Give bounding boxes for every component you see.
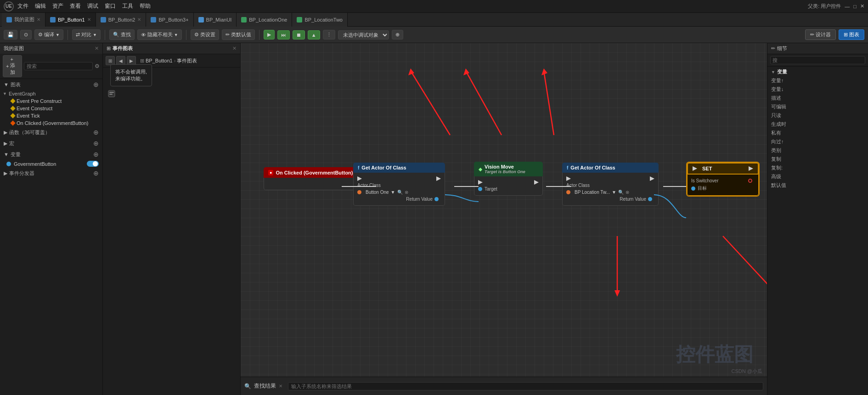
tabs-row: 我的蓝图 ✕ BP_Button1 ✕ BP_Button2 ✕ BP_Butt…: [0, 13, 868, 27]
vision-move-title: Vision Move: [485, 164, 525, 169]
functions-section-header[interactable]: ▶ 函数（36可覆盖） ⊕: [0, 127, 102, 138]
menu-view[interactable]: 查看: [70, 2, 81, 10]
find-results-input[interactable]: [288, 382, 763, 390]
frame-step-button[interactable]: ▲: [308, 30, 320, 40]
functions-add-button[interactable]: ⊕: [93, 129, 99, 136]
hide-unrelated-button[interactable]: 👁 隐藏不相关 ▼: [137, 29, 182, 40]
tab-bp-location-two[interactable]: BP_LocationTwo: [292, 13, 348, 27]
nav-forward-button[interactable]: ▶: [127, 56, 136, 65]
prop-private: 私有: [767, 129, 868, 137]
prop-category-label: 类别: [771, 147, 781, 154]
settings-gear-icon[interactable]: ⚙: [95, 63, 100, 69]
macros-section-header[interactable]: ▶ 宏 ⊕: [0, 138, 102, 149]
my-blueprint-close[interactable]: ✕: [95, 45, 99, 51]
class1-clear-icon[interactable]: ⊗: [405, 190, 408, 195]
menu-assets[interactable]: 资产: [52, 2, 63, 10]
play-button[interactable]: ▶: [264, 30, 275, 40]
class2-clear-icon[interactable]: ⊗: [626, 190, 629, 195]
get-actor1-node[interactable]: f Get Actor Of Class Actor Class Button …: [353, 163, 445, 206]
variables-add-button[interactable]: ⊕: [93, 151, 99, 158]
settings-button[interactable]: ⚙ 类设置: [191, 29, 219, 40]
compile-button[interactable]: ⚙ 编译 ▼: [34, 29, 63, 40]
variable-section-label: 变量: [777, 68, 787, 75]
close-window-button[interactable]: ✕: [860, 3, 864, 9]
find-in-blueprint-button[interactable]: ⊙: [20, 30, 32, 40]
vision-move-node[interactable]: ◆ Vision Move Target is Button One Targe…: [474, 162, 543, 196]
menu-tools[interactable]: 工具: [122, 2, 133, 10]
tab-bp-mianui[interactable]: BP_MianUI: [194, 13, 237, 27]
play-next-button[interactable]: ⏭: [277, 30, 290, 40]
breadcrumb-bp[interactable]: BP_Button1: [146, 58, 173, 63]
get-actor2-title: Get Actor Of Class: [570, 165, 615, 170]
event-dispatchers-section-header[interactable]: ▶ 事件分发器 ⊕: [0, 168, 102, 179]
graph-section-header[interactable]: ▼ 图表 ⊕: [0, 79, 102, 90]
graph-button[interactable]: ⊞ 图表: [839, 29, 864, 40]
graph-section-arrow: ▼: [4, 82, 9, 87]
class1-search-icon[interactable]: 🔍: [397, 190, 403, 195]
tab-bp-button2-label: BP_Button2: [108, 17, 135, 23]
vision-move-body: Target: [474, 176, 543, 196]
menu-file[interactable]: 文件: [17, 2, 28, 10]
event-graph-panel-close[interactable]: ✕: [232, 45, 237, 51]
class2-search-icon[interactable]: 🔍: [618, 190, 624, 195]
menu-window[interactable]: 窗口: [105, 2, 116, 10]
get-actor2-header: f Get Actor Of Class: [562, 163, 659, 173]
nav-back-button[interactable]: ◀: [116, 56, 125, 65]
tab-bp-button1[interactable]: BP_Button1 ✕: [45, 13, 96, 27]
save-button[interactable]: 💾: [4, 30, 17, 40]
debug-target-select[interactable]: 未选中调试对象: [338, 30, 389, 40]
find-button[interactable]: 🔍 查找: [109, 29, 135, 40]
tab-bp-location-one[interactable]: BP_LocationOne: [237, 13, 292, 27]
tab-my-blueprint-close[interactable]: ✕: [37, 17, 40, 22]
menu-edit[interactable]: 编辑: [35, 2, 46, 10]
class2-dropdown-icon[interactable]: ▼: [612, 190, 616, 195]
on-clicked-node[interactable]: ● On Clicked (GovernmentButton) ■: [264, 167, 366, 190]
tab-bp-button3[interactable]: BP_Button3+: [146, 13, 193, 27]
extra-button[interactable]: ⋮: [323, 30, 335, 40]
get-actor2-node[interactable]: f Get Actor Of Class Actor Class BP Loca…: [562, 163, 659, 206]
menu-debug[interactable]: 调试: [87, 2, 98, 10]
diff-button[interactable]: ⇄ 对比 ▼: [72, 29, 101, 40]
designer-button[interactable]: ✏ 设计器: [805, 29, 836, 40]
on-clicked-item[interactable]: On Clicked (GovernmentButton): [0, 119, 102, 127]
tab-my-blueprint[interactable]: 我的蓝图 ✕: [2, 13, 45, 27]
vision-exec-out: [534, 180, 539, 185]
stop-button[interactable]: ⏹: [293, 30, 305, 40]
prop-expose: 向过↑: [767, 137, 868, 146]
minimize-button[interactable]: —: [845, 4, 850, 9]
macros-label: 宏: [9, 140, 14, 147]
event-construct-item[interactable]: Event Construct: [0, 105, 102, 112]
add-button[interactable]: + + 添加: [3, 55, 22, 77]
set-node[interactable]: SET Is Switchover 目标: [686, 162, 760, 197]
stop-icon: ⏹: [296, 32, 301, 38]
event-tick-item[interactable]: Event Tick: [0, 112, 102, 119]
menu-help[interactable]: 帮助: [140, 2, 151, 10]
event-dispatchers-add-button[interactable]: ⊕: [93, 169, 99, 177]
class1-dropdown-icon[interactable]: ▼: [391, 190, 395, 195]
prop-readonly: 只读: [767, 111, 868, 120]
macros-add-button[interactable]: ⊕: [93, 140, 99, 147]
blueprint-search-input[interactable]: [24, 62, 93, 70]
tab-bp-button2-close[interactable]: ✕: [137, 17, 141, 22]
graph-add-button[interactable]: ⊕: [93, 81, 99, 88]
get-actor2-exec-in: [563, 175, 658, 182]
event-pre-construct-item[interactable]: Event Pre Construct: [0, 97, 102, 105]
find-results-close[interactable]: ✕: [279, 384, 282, 389]
canvas-area[interactable]: ● On Clicked (GovernmentButton) ■ f Get …: [241, 43, 767, 395]
breadcrumb-graph[interactable]: 事件图表: [177, 57, 197, 64]
tab-bp-button1-close[interactable]: ✕: [87, 17, 91, 22]
event-graph-item[interactable]: ▼ EventGraph: [0, 90, 102, 97]
nav-grid-button[interactable]: ⊞: [106, 56, 115, 65]
vision-target-circle: [478, 187, 482, 191]
variables-section-header[interactable]: ▼ 变量 ⊕: [0, 149, 102, 160]
government-button-variable[interactable]: GovernmentButton: [0, 160, 102, 168]
government-button-toggle[interactable]: [87, 161, 99, 167]
debug-extra-button[interactable]: ⊕: [392, 30, 403, 40]
maximize-button[interactable]: □: [853, 4, 857, 9]
right-search-input[interactable]: [770, 56, 865, 64]
event-dispatchers-arrow: ▶: [4, 170, 7, 176]
set-exec-pin-out: [749, 166, 753, 171]
tab-bp-button2[interactable]: BP_Button2 ✕: [96, 13, 147, 27]
get-actor1-return-value-pin: Return Value: [354, 196, 445, 203]
class-defaults-button[interactable]: ✏ 类默认值: [222, 29, 255, 40]
